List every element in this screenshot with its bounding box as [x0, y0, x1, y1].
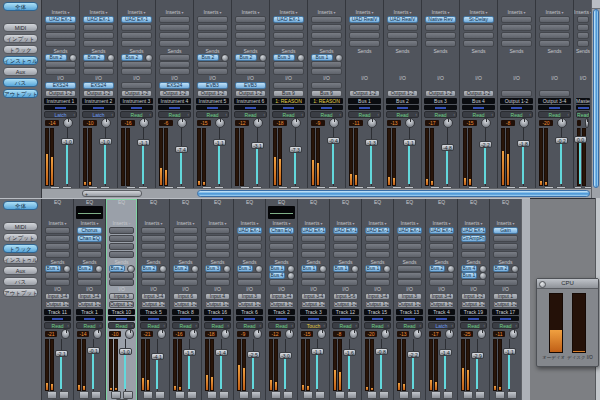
pan-knob[interactable] — [157, 329, 166, 339]
solo-button[interactable] — [315, 391, 325, 399]
insert-empty-slot[interactable] — [311, 40, 342, 47]
pan-knob[interactable] — [481, 118, 491, 128]
fader-handle[interactable]: -1.4 — [215, 349, 228, 356]
solo-button[interactable] — [475, 391, 485, 399]
fader-handle[interactable]: -1.5 — [183, 349, 196, 356]
insert-empty-slot[interactable] — [397, 235, 422, 242]
close-icon[interactable] — [539, 281, 546, 288]
volume-fader[interactable]: -2.2 — [407, 339, 420, 391]
insert-empty-slot[interactable] — [501, 16, 532, 23]
solo-button[interactable] — [443, 391, 453, 399]
insert-empty-slot[interactable] — [141, 251, 166, 258]
insert-empty-slot[interactable] — [141, 227, 166, 234]
send-bus-slot[interactable]: Bus 2 — [173, 265, 189, 272]
automation-stepper-icon[interactable]: ↕ — [515, 323, 517, 329]
pan-knob[interactable] — [253, 118, 263, 128]
horizontal-scrollbar-thumb[interactable] — [197, 190, 590, 197]
pan-knob[interactable] — [477, 329, 486, 339]
pan-knob[interactable] — [557, 118, 567, 128]
sidebar-filter-button[interactable]: バス — [3, 277, 38, 286]
insert-empty-slot[interactable] — [397, 243, 422, 250]
pan-knob[interactable] — [585, 118, 589, 128]
send-empty-slot[interactable] — [397, 265, 422, 272]
send-empty-slot[interactable] — [273, 61, 304, 68]
insert-empty-slot[interactable] — [141, 235, 166, 242]
send-empty-slot[interactable] — [493, 279, 518, 286]
insert-plugin-slot[interactable]: GtrAmpPro — [461, 235, 486, 242]
zoom-control[interactable]: + — [82, 190, 142, 197]
track-name[interactable]: Output 1-2 — [500, 98, 533, 104]
insert-plugin-slot[interactable]: UAD EX-1 — [83, 16, 114, 23]
sidebar-filter-button[interactable]: アウトプット — [3, 89, 38, 98]
fader-handle[interactable]: 0.0 — [574, 136, 587, 143]
insert-empty-slot[interactable] — [235, 24, 266, 31]
mute-button[interactable] — [367, 391, 377, 399]
fader-handle[interactable]: -7.3 — [289, 146, 302, 153]
insert-empty-slot[interactable] — [387, 32, 418, 39]
automation-mode-selector[interactable]: Read↕ — [538, 111, 571, 118]
volume-fader[interactable]: -3.1 — [251, 128, 264, 186]
insert-empty-slot[interactable] — [159, 16, 190, 23]
insert-empty-slot[interactable] — [83, 40, 114, 47]
insert-empty-slot[interactable] — [501, 32, 532, 39]
volume-fader[interactable]: -1.0 — [61, 128, 74, 186]
solo-button[interactable] — [251, 391, 261, 399]
io-slot[interactable]: Input 3 — [237, 293, 262, 300]
volume-fader[interactable]: 0.0 — [574, 128, 587, 186]
send-empty-slot[interactable] — [45, 68, 76, 75]
insert-empty-slot[interactable] — [237, 235, 262, 242]
solo-button[interactable] — [507, 391, 517, 399]
track-name[interactable]: Output 3-4 — [538, 98, 571, 104]
send-empty-slot[interactable] — [109, 279, 134, 286]
insert-plugin-slot[interactable]: Chorus — [77, 227, 102, 234]
insert-empty-slot[interactable] — [493, 243, 518, 250]
automation-stepper-icon[interactable]: ↕ — [323, 323, 325, 329]
automation-mode-selector[interactable]: Read↕ — [76, 322, 103, 329]
automation-stepper-icon[interactable]: ↕ — [73, 112, 75, 118]
mute-button[interactable] — [143, 391, 153, 399]
insert-empty-slot[interactable] — [173, 243, 198, 250]
automation-mode-selector[interactable]: Read↕ — [234, 111, 267, 118]
pan-knob[interactable] — [509, 329, 518, 339]
solo-button[interactable] — [379, 391, 389, 399]
volume-fader[interactable]: -0.1 — [87, 339, 100, 391]
fader-handle[interactable]: -1.4 — [439, 349, 452, 356]
insert-plugin-slot[interactable]: UAD EX-1 — [333, 227, 358, 234]
send-empty-slot[interactable] — [429, 279, 454, 286]
automation-stepper-icon[interactable]: ↕ — [227, 323, 229, 329]
volume-fader[interactable]: -1.8 — [517, 128, 530, 186]
insert-empty-slot[interactable] — [45, 40, 76, 47]
send-empty-slot[interactable] — [301, 272, 326, 279]
volume-fader[interactable]: -2.9 — [471, 339, 484, 391]
insert-empty-slot[interactable] — [205, 243, 230, 250]
io-slot[interactable]: Output 1-2 — [109, 301, 134, 308]
insert-empty-slot[interactable] — [77, 251, 102, 258]
volume-fader[interactable]: -1.1 — [213, 128, 226, 186]
send-empty-slot[interactable] — [159, 68, 190, 75]
insert-empty-slot[interactable] — [45, 235, 70, 242]
send-bus-slot[interactable]: Bus 2 — [109, 265, 125, 272]
io-slot[interactable]: Output 1-2 — [269, 301, 294, 308]
automation-stepper-icon[interactable]: ↕ — [67, 323, 69, 329]
automation-stepper-icon[interactable]: ↕ — [377, 112, 379, 118]
insert-empty-slot[interactable] — [577, 40, 589, 47]
track-name[interactable]: Track 11 — [44, 309, 71, 315]
sidebar-filter-button[interactable]: バス — [3, 78, 38, 87]
insert-empty-slot[interactable] — [365, 251, 390, 258]
send-empty-slot[interactable] — [121, 68, 152, 75]
automation-mode-selector[interactable]: Read↕ — [272, 111, 305, 118]
automation-stepper-icon[interactable]: ↕ — [529, 112, 531, 118]
insert-plugin-slot[interactable]: UAD EX-1 — [121, 16, 152, 23]
sidebar-filter-button[interactable]: 全体 — [3, 2, 38, 11]
send-empty-slot[interactable] — [141, 279, 166, 286]
send-empty-slot[interactable] — [159, 61, 190, 68]
vertical-scrollbar[interactable] — [591, 0, 600, 198]
io-slot[interactable]: Output 1-2 — [333, 301, 358, 308]
insert-empty-slot[interactable] — [83, 32, 114, 39]
insert-empty-slot[interactable] — [301, 251, 326, 258]
insert-empty-slot[interactable] — [235, 40, 266, 47]
io-slot[interactable]: Input 5-6 — [333, 293, 358, 300]
insert-empty-slot[interactable] — [205, 235, 230, 242]
volume-fader[interactable]: -7.3 — [289, 128, 302, 186]
track-name[interactable]: Track 6 — [236, 309, 263, 315]
